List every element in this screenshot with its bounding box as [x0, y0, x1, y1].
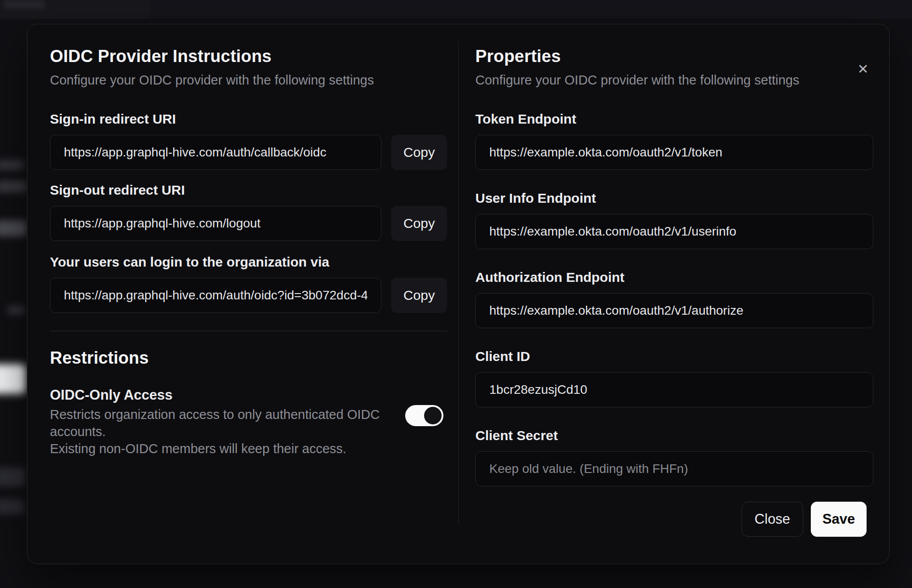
- instructions-subtitle: Configure your OIDC provider with the fo…: [50, 72, 447, 88]
- client-secret-label: Client Secret: [475, 427, 873, 444]
- background-text-fragment: [0, 468, 25, 486]
- background-text-fragment: [0, 499, 24, 514]
- background-button-fragment: [0, 364, 26, 394]
- token-endpoint-row: [475, 135, 873, 170]
- login-url-label: Your users can login to the organization…: [50, 254, 447, 271]
- oidc-only-access-description-line2: Existing non-OIDC members will keep thei…: [50, 441, 346, 456]
- token-endpoint-label: Token Endpoint: [475, 111, 873, 128]
- instructions-title: OIDC Provider Instructions: [50, 46, 447, 67]
- login-url-input[interactable]: [50, 278, 381, 313]
- client-id-input[interactable]: [475, 372, 873, 407]
- sign-out-redirect-uri-input[interactable]: [50, 206, 381, 241]
- copy-sign-in-uri-button[interactable]: Copy: [391, 135, 447, 170]
- oidc-only-access-label: OIDC-Only Access: [50, 386, 392, 404]
- background-logo-blur: [4, 0, 45, 9]
- save-button[interactable]: Save: [811, 502, 867, 537]
- column-divider: [458, 41, 459, 524]
- authorization-endpoint-label: Authorization Endpoint: [475, 269, 873, 286]
- background-text-fragment: [7, 306, 25, 315]
- authorization-endpoint-row: [475, 293, 873, 328]
- client-secret-row: [475, 451, 873, 486]
- modal-action-buttons: Close Save: [475, 502, 867, 537]
- client-id-row: [475, 372, 873, 407]
- copy-login-url-button[interactable]: Copy: [391, 278, 447, 313]
- sign-in-redirect-uri-input[interactable]: [50, 135, 381, 170]
- oidc-only-access-description: Restricts organization access to only au…: [50, 406, 392, 457]
- oidc-settings-modal: OIDC Provider Instructions Configure you…: [27, 24, 890, 564]
- oidc-only-access-description-line1: Restricts organization access to only au…: [50, 407, 380, 439]
- token-endpoint-input[interactable]: [475, 135, 873, 170]
- close-icon[interactable]: ✕: [853, 59, 873, 79]
- background-text-fragment: [0, 160, 24, 170]
- authorization-endpoint-input[interactable]: [475, 293, 873, 328]
- sign-in-redirect-uri-row: Copy: [50, 135, 447, 170]
- oidc-only-access-row: OIDC-Only Access Restricts organization …: [50, 386, 447, 457]
- properties-title: Properties: [475, 46, 873, 67]
- copy-sign-out-uri-button[interactable]: Copy: [391, 206, 447, 241]
- instructions-column: OIDC Provider Instructions Configure you…: [50, 24, 447, 564]
- sign-out-redirect-uri-label: Sign-out redirect URI: [50, 182, 447, 199]
- user-info-endpoint-row: [475, 214, 873, 249]
- sign-in-redirect-uri-label: Sign-in redirect URI: [50, 111, 447, 128]
- oidc-only-access-text: OIDC-Only Access Restricts organization …: [50, 386, 392, 457]
- sign-out-redirect-uri-row: Copy: [50, 206, 447, 241]
- section-divider: [50, 331, 447, 331]
- toggle-knob: [424, 407, 442, 424]
- user-info-endpoint-input[interactable]: [475, 214, 873, 249]
- properties-column: Properties Configure your OIDC provider …: [475, 24, 873, 564]
- restrictions-title: Restrictions: [50, 347, 447, 368]
- client-secret-input[interactable]: [475, 451, 873, 486]
- login-url-row: Copy: [50, 278, 447, 313]
- properties-subtitle: Configure your OIDC provider with the fo…: [475, 72, 873, 88]
- background-text-fragment: [0, 220, 27, 236]
- oidc-only-access-toggle[interactable]: [405, 405, 443, 426]
- close-button[interactable]: Close: [742, 502, 803, 537]
- client-id-label: Client ID: [475, 348, 873, 365]
- user-info-endpoint-label: User Info Endpoint: [475, 190, 873, 207]
- background-text-fragment: [0, 181, 27, 192]
